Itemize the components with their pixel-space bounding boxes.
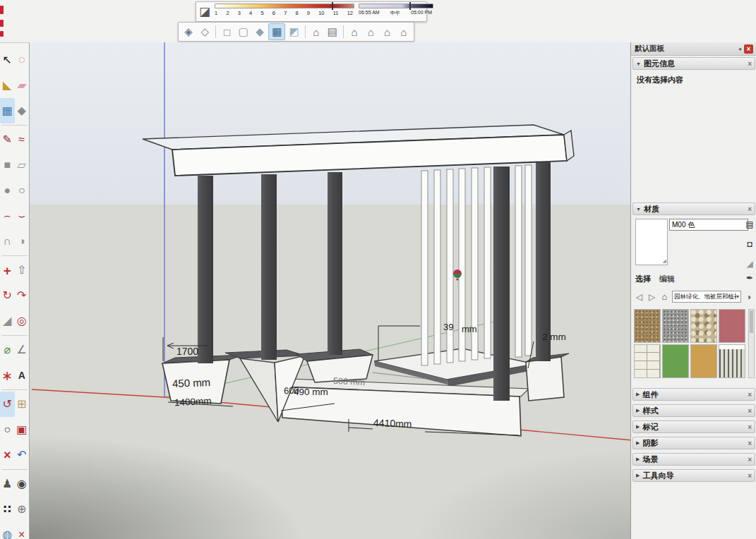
view-iso-button[interactable]: ⌂	[308, 24, 324, 40]
shaded-textures-button[interactable]: ▦	[268, 23, 285, 40]
material-swatch-solid-green[interactable]	[662, 344, 689, 378]
model-canvas[interactable]: 1700 450 mm 1400mm 600 490 mm 500 mm 441…	[30, 42, 630, 539]
material-swatch-gravel-gray[interactable]	[662, 309, 689, 343]
view-front-button[interactable]: ⌂	[347, 24, 362, 40]
back-arrow-icon[interactable]: ◁	[634, 292, 644, 302]
rotate-tool[interactable]: ↻	[0, 283, 15, 308]
sample-paint-button[interactable]: ✒	[744, 272, 755, 284]
materials-close-icon[interactable]: ×	[748, 205, 752, 213]
xray-button[interactable]: ◈	[181, 24, 196, 40]
zoom-window-tool[interactable]: ▣	[15, 417, 30, 442]
push-pull-tool[interactable]: ⇧	[15, 258, 30, 283]
orbit-tool[interactable]: ↺	[0, 392, 15, 417]
materials-header[interactable]: ▼ 材质 ×	[632, 202, 755, 215]
previous-view-tool[interactable]: ↶	[15, 442, 30, 468]
pin-icon[interactable]: ●	[738, 46, 742, 52]
material-swatch-solid-rose[interactable]	[719, 309, 745, 343]
section-close-icon[interactable]: ×	[748, 472, 752, 480]
date-slider-handle[interactable]	[332, 2, 333, 10]
view-right-button[interactable]: ⌂	[363, 24, 378, 40]
eraser-tool[interactable]: ▰	[15, 73, 30, 98]
section-close-icon[interactable]: ×	[748, 391, 752, 399]
select-tool[interactable]: ↖	[0, 47, 15, 73]
walk-tool[interactable]: ∷	[0, 497, 15, 522]
make-component-tool[interactable]: ◆	[15, 98, 30, 123]
entity-info-header[interactable]: ▼ 图元信息 ×	[632, 57, 755, 70]
details-icon[interactable]: ◑	[743, 292, 754, 302]
styles-section[interactable]: ▶ 样式 ×	[632, 404, 755, 417]
monochrome-button[interactable]: ◩	[286, 24, 301, 40]
follow-me-tool[interactable]: ↷	[15, 283, 30, 308]
section-close-icon[interactable]: ×	[748, 407, 752, 415]
hidden-line-button[interactable]: ▢	[236, 24, 251, 40]
shadow-time-slider[interactable]	[359, 4, 433, 8]
create-material-button[interactable]: ▤	[744, 219, 755, 230]
shadow-toolbar: ◪ 1 2 3 4 5 6 7 8 9 10 11 12	[196, 1, 427, 22]
shadows-section[interactable]: ▶ 阴影 ×	[632, 437, 755, 449]
tray-titlebar[interactable]: 默认面板 ● ×	[631, 42, 756, 56]
section-close-icon[interactable]: ×	[748, 423, 752, 431]
arc-tool[interactable]: ⌢	[0, 203, 15, 229]
3d-text-tool[interactable]: A	[15, 363, 30, 388]
time-slider-handle[interactable]	[409, 2, 411, 10]
preview-resize-icon[interactable]: ◢	[663, 258, 666, 264]
zoom-tool[interactable]: ○	[0, 417, 15, 442]
protractor-tool[interactable]: ∠	[15, 337, 30, 363]
tags-section[interactable]: ▶ 标记 ×	[632, 420, 755, 433]
move-tool[interactable]: +	[0, 258, 15, 283]
zoom-extents-tool[interactable]: ×	[0, 442, 15, 468]
wireframe-button[interactable]: □	[219, 24, 234, 40]
view-back-button[interactable]: ⌂	[379, 24, 395, 40]
view-top-button[interactable]: ▤	[325, 24, 340, 40]
material-sample-tool[interactable]: ▦	[0, 98, 15, 123]
material-swatch-fence-gray[interactable]	[719, 344, 745, 378]
two-point-arc-tool[interactable]: ⌣	[15, 203, 30, 229]
scrollbar-thumb[interactable]	[750, 310, 753, 333]
forward-arrow-icon[interactable]: ▷	[647, 292, 657, 302]
extra-tool-a[interactable]: ◍	[0, 522, 15, 539]
rectangle-tool[interactable]: ■	[0, 152, 15, 178]
material-category-dropdown[interactable]: 园林绿化、地被层和植被 ▾	[672, 291, 741, 303]
extra-tool-b[interactable]: ×	[15, 522, 30, 539]
scale-tool[interactable]: ◢	[0, 308, 15, 334]
pan-tool[interactable]: ⊞	[15, 392, 30, 417]
axes-tool[interactable]: ∗	[0, 363, 15, 388]
secondary-pane-toggle[interactable]: ◢	[744, 258, 755, 270]
home-icon[interactable]: ⌂	[659, 291, 670, 302]
freehand-tool[interactable]: ≈	[15, 127, 30, 152]
shaded-button[interactable]: ◆	[252, 24, 268, 40]
tape-measure-tool[interactable]: ⌀	[0, 337, 15, 363]
offset-tool[interactable]: ◎	[15, 308, 30, 334]
paint-bucket-tool[interactable]: ◣	[0, 73, 15, 98]
material-swatch-rocks-beige[interactable]	[690, 309, 717, 343]
entity-info-close-icon[interactable]: ×	[748, 60, 752, 68]
scenes-section[interactable]: ▶ 场景 ×	[632, 453, 755, 466]
view-left-button[interactable]: ⌂	[396, 24, 412, 40]
rotated-rectangle-tool[interactable]: ▱	[15, 152, 30, 178]
instructor-section[interactable]: ▶ 工具向导 ×	[632, 469, 755, 482]
tab-select[interactable]: 选择	[635, 274, 651, 284]
toggle-shadows-button[interactable]: ◪	[199, 4, 210, 20]
pie-tool[interactable]: ◑	[15, 229, 30, 254]
tab-edit[interactable]: 编辑	[659, 274, 675, 284]
section-plane-tool[interactable]: ⊕	[15, 497, 30, 522]
material-swatch-gravel-brown[interactable]	[634, 309, 661, 343]
circle-tool[interactable]: ●	[0, 178, 15, 203]
material-name-input[interactable]	[669, 219, 748, 231]
polygon-tool[interactable]: ○	[15, 178, 30, 203]
shadow-date-slider[interactable]	[215, 4, 354, 8]
three-point-arc-tool[interactable]: ∩	[0, 229, 15, 254]
material-swatch-pavers-white[interactable]	[634, 344, 661, 378]
line-tool[interactable]: ✎	[0, 127, 15, 152]
section-close-icon[interactable]: ×	[748, 456, 752, 464]
lasso-select-tool[interactable]: ◌	[15, 47, 30, 73]
back-edges-button[interactable]: ◇	[197, 24, 212, 40]
tray-close-button[interactable]: ×	[744, 44, 753, 54]
look-around-tool[interactable]: ◉	[15, 471, 30, 497]
position-camera-tool[interactable]: ♟	[0, 471, 15, 497]
material-swatch-solid-tan[interactable]	[690, 344, 717, 378]
components-section[interactable]: ▶ 组件 ×	[632, 388, 755, 401]
swatch-scrollbar[interactable]	[748, 309, 755, 378]
display-pane-button[interactable]: ◘	[744, 238, 755, 250]
section-close-icon[interactable]: ×	[748, 440, 752, 447]
